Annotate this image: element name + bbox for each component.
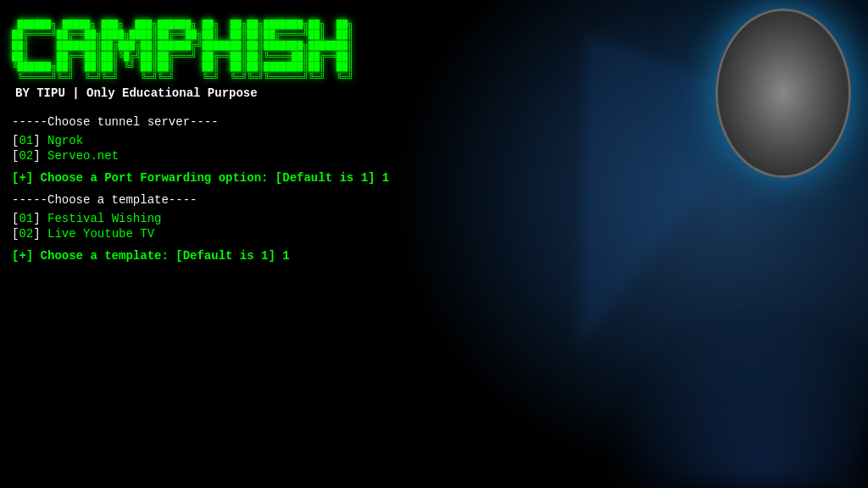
bracket-close-4: ] xyxy=(33,227,40,241)
terminal-panel: ██████╗ █████╗ ███╗ ███╗██████╗ ██╗ ██╗█… xyxy=(0,0,441,488)
tunnel-prompt: [+] Choose a Port Forwarding option: [De… xyxy=(12,171,429,185)
tunnel-num-2: 02 xyxy=(19,149,33,163)
subtitle: BY TIPU | Only Educational Purpose xyxy=(15,86,429,100)
tunnel-label-2: Serveo.net xyxy=(47,149,119,163)
bracket-close: ] xyxy=(33,134,40,147)
template-num-1: 01 xyxy=(19,212,33,225)
template-prompt: [+] Choose a template: [Default is 1] 1 xyxy=(12,249,429,263)
bracket-close-3: ] xyxy=(33,212,40,225)
template-header: -----Choose a template---- xyxy=(12,193,429,207)
tunnel-label-1: Ngrok xyxy=(47,134,83,147)
template-label-2: Live Youtube TV xyxy=(47,227,154,241)
tunnel-header: -----Choose tunnel server---- xyxy=(12,115,429,129)
template-label-1: Festival Wishing xyxy=(47,212,161,225)
template-option-2: [02] Live Youtube TV xyxy=(12,227,429,241)
fog-effect xyxy=(605,319,868,488)
bracket-close-2: ] xyxy=(33,149,40,163)
template-option-1: [01] Festival Wishing xyxy=(12,212,429,225)
spotlight-lamp xyxy=(715,8,851,178)
ascii-title: ██████╗ █████╗ ███╗ ███╗██████╗ ██╗ ██╗█… xyxy=(12,8,429,83)
template-num-2: 02 xyxy=(19,227,33,241)
tunnel-num-1: 01 xyxy=(19,134,33,147)
tunnel-option-1: [01] Ngrok xyxy=(12,134,429,147)
tunnel-option-2: [02] Serveo.net xyxy=(12,149,429,163)
background xyxy=(391,0,868,488)
